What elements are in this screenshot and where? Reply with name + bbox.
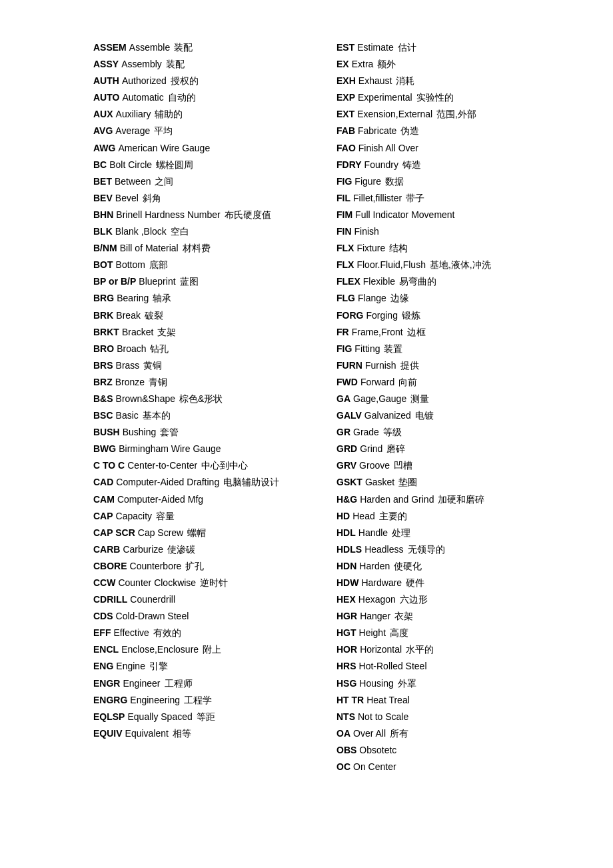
- abbreviation: HD: [336, 509, 350, 524]
- chinese-translation: 黄铜: [143, 358, 162, 373]
- chinese-translation: 所有: [390, 726, 408, 741]
- abbreviation: C TO C: [93, 458, 125, 473]
- meaning: Over All: [353, 726, 386, 741]
- abbreviation: HOR: [336, 642, 357, 657]
- meaning: Heat Treal: [366, 693, 410, 708]
- list-item: BETBetween之间: [93, 174, 316, 189]
- abbreviation: BRG: [93, 291, 114, 306]
- list-item: CDSCold-Drawn Steel: [93, 609, 316, 624]
- abbreviation: BRK: [93, 308, 113, 323]
- meaning: Foundry: [364, 157, 398, 173]
- meaning: Counerdrill: [130, 592, 175, 607]
- meaning: Assembly: [121, 57, 162, 72]
- chinese-translation: 空白: [171, 224, 189, 239]
- abbreviation: BRKT: [93, 325, 119, 340]
- list-item: BRGBearing轴承: [93, 291, 316, 306]
- meaning: Grade: [353, 425, 379, 440]
- chinese-translation: 估计: [398, 40, 416, 55]
- abbreviation: HDN: [336, 559, 356, 574]
- chinese-translation: 主要的: [379, 509, 407, 524]
- meaning: Experimental: [358, 90, 412, 105]
- chinese-translation: 易弯曲的: [399, 274, 436, 289]
- list-item: FRFrame,Front边框: [336, 325, 560, 340]
- list-item: GRDGrind磨碎: [336, 441, 560, 457]
- abbreviation: CAP: [93, 509, 113, 524]
- abbreviation: BEV: [93, 191, 113, 206]
- abbreviation: HEX: [336, 592, 356, 607]
- list-item: FIGFitting装置: [336, 341, 560, 357]
- abbreviation: FLX: [336, 241, 354, 256]
- meaning: On Center: [353, 759, 396, 775]
- list-item: AUTOAutomatic自动的: [93, 90, 316, 105]
- list-item: EQUIVEquivalent相等: [93, 726, 316, 741]
- abbreviation: OC: [336, 759, 350, 775]
- meaning: Finish All Over: [358, 141, 418, 156]
- right-column: ESTEstimate估计EXExtra额外EXHExhaust消耗EXPExp…: [330, 40, 560, 775]
- chinese-translation: 无领导的: [408, 542, 445, 557]
- meaning: Housing: [359, 676, 393, 691]
- chinese-translation: 结构: [389, 241, 408, 256]
- abbreviation: BRZ: [93, 375, 113, 390]
- abbreviation: EXP: [336, 90, 355, 105]
- abbreviation: OBS: [336, 743, 356, 758]
- chinese-translation: 数据: [385, 174, 404, 189]
- abbreviation: AUTO: [93, 90, 119, 105]
- abbreviation: ASSEM: [93, 40, 127, 55]
- chinese-translation: 衣架: [394, 609, 413, 624]
- chinese-translation: 边缘: [390, 291, 409, 306]
- abbreviation: FIG: [336, 341, 352, 357]
- abbreviation: EXT: [336, 107, 354, 122]
- meaning: Bronze: [115, 375, 145, 390]
- chinese-translation: 使硬化: [394, 559, 422, 574]
- abbreviation: CBORE: [93, 559, 127, 574]
- list-item: CDRILLCounerdrill: [93, 592, 316, 607]
- list-item: ENGREngineer工程师: [93, 676, 316, 691]
- abbreviation: FLG: [336, 291, 355, 306]
- list-item: OAOver All所有: [336, 726, 560, 741]
- meaning: Computer-Aided Mfg: [117, 492, 203, 507]
- meaning: Broach: [117, 341, 146, 357]
- meaning: Figure: [354, 174, 381, 189]
- list-item: FABFabricate伪造: [336, 123, 560, 139]
- abbreviation: B/NM: [93, 241, 117, 256]
- abbreviation: FAB: [336, 123, 355, 139]
- chinese-translation: 授权的: [171, 73, 199, 89]
- meaning: Engineering: [130, 693, 180, 708]
- abbreviation: GA: [336, 391, 350, 407]
- meaning: Effective: [113, 625, 149, 641]
- meaning: Enclose,Enclosure: [121, 642, 199, 657]
- chinese-translation: 额外: [377, 57, 396, 72]
- abbreviation: EQLSP: [93, 709, 125, 725]
- meaning: Engine: [116, 659, 145, 674]
- list-item: NTSNot to Scale: [336, 709, 560, 725]
- abbreviation: ASSY: [93, 57, 119, 72]
- left-column: ASSEMAssemble装配ASSYAssembly装配AUTHAuthori…: [93, 40, 330, 775]
- meaning: Galvanized: [364, 408, 411, 423]
- list-item: BP or B/PBlueprint蓝图: [93, 274, 316, 289]
- list-item: HGTHeight高度: [336, 625, 560, 641]
- meaning: Equally Spaced: [127, 709, 192, 725]
- meaning: Full Indicator Movement: [355, 207, 454, 223]
- abbreviation: OA: [336, 726, 350, 741]
- chinese-translation: 伪造: [400, 123, 419, 139]
- abbreviation: NTS: [336, 709, 355, 725]
- chinese-translation: 铸造: [402, 157, 421, 173]
- chinese-translation: 逆时针: [200, 575, 228, 591]
- meaning: Blank ,Block: [115, 224, 167, 239]
- list-item: FAOFinish All Over: [336, 141, 560, 156]
- abbreviation: BRS: [93, 358, 113, 373]
- list-item: BUSHBushing套管: [93, 425, 316, 440]
- list-item: HSGHousing外罩: [336, 676, 560, 691]
- meaning: Bracket: [122, 325, 153, 340]
- abbreviation: ENCL: [93, 642, 119, 657]
- chinese-translation: 实验性的: [416, 90, 454, 105]
- chinese-translation: 带子: [406, 191, 424, 206]
- abbreviation: ENG: [93, 659, 113, 674]
- meaning: Blueprint: [139, 274, 175, 289]
- list-item: AUTHAuthorized授权的: [93, 73, 316, 89]
- list-item: ASSEMAssemble装配: [93, 40, 316, 55]
- main-content: ASSEMAssemble装配ASSYAssembly装配AUTHAuthori…: [93, 40, 560, 775]
- chinese-translation: 支架: [157, 325, 176, 340]
- list-item: CADComputer-Aided Drafting电脑辅助设计: [93, 475, 316, 490]
- abbreviation: BRO: [93, 341, 114, 357]
